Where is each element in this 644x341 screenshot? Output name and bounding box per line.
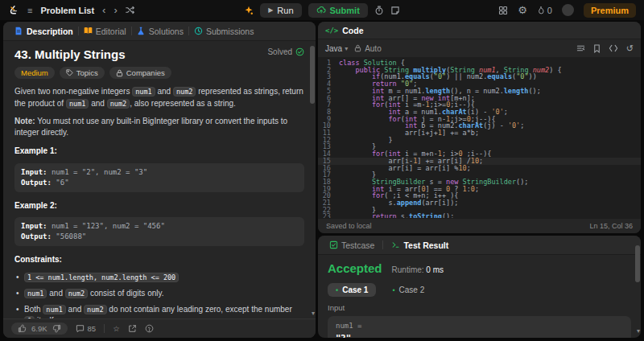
case-1-label: Case 1 <box>342 286 368 294</box>
format-code-icon[interactable] <box>576 44 585 52</box>
play-icon: ▶ <box>268 6 273 14</box>
user-avatar[interactable] <box>562 4 574 16</box>
timer-icon[interactable] <box>374 6 384 15</box>
code-editor[interactable]: 1class Solution {2 public String multipl… <box>318 57 641 218</box>
tab-description-label: Description <box>27 27 73 36</box>
example-1-label: Example 1: <box>14 146 304 157</box>
prev-problem-icon[interactable]: ‹ <box>102 5 105 15</box>
code-tag-icon: </> <box>325 27 338 35</box>
constraint-item: num1 and num2 consist of digits only. <box>14 288 304 299</box>
case-2-label: Case 2 <box>399 286 425 294</box>
like-count: 6.9K <box>31 324 47 333</box>
feedback-question-icon[interactable] <box>145 324 154 333</box>
cloud-upload-icon <box>316 6 326 14</box>
input-value-box[interactable]: num1 = "2" <box>328 316 631 338</box>
topics-button[interactable]: Topics <box>60 67 105 79</box>
scroll-down-arrow-icon[interactable]: ▾ <box>312 310 315 317</box>
premium-button[interactable]: Premium <box>584 3 636 18</box>
top-navigation-bar: ≡ Problem List ‹ › ▶ Run Submit <box>0 0 644 20</box>
tab-editorial[interactable]: Editorial <box>79 22 131 40</box>
example-2-label: Example 2: <box>14 200 304 212</box>
tab-editorial-label: Editorial <box>96 27 126 36</box>
console-scrollbar-thumb[interactable] <box>635 245 640 282</box>
chevron-down-icon: ▾ <box>345 45 348 52</box>
console-panel: Testcase Test Result Accepted Runtime: 0… <box>318 236 641 338</box>
thumbs-up-icon[interactable] <box>18 324 27 333</box>
debug-sparkle-icon[interactable] <box>244 6 254 15</box>
run-button[interactable]: ▶ Run <box>260 3 301 18</box>
description-footer: 6.9K 85 ☆ <box>3 318 316 338</box>
workspace: Description Editorial Solutions <box>0 20 644 341</box>
auto-toggle[interactable]: Auto <box>354 44 382 53</box>
example-2-block: Input: num1 = "123", num2 = "456"Output:… <box>14 217 304 246</box>
problem-description-content: 43. Multiply Strings Solved Medium Topic… <box>3 41 316 318</box>
lock-icon <box>354 44 361 52</box>
problem-list-icon[interactable]: ≡ <box>27 6 32 15</box>
comment-icon <box>76 324 85 333</box>
runtime-text: Runtime: 0 ms <box>392 265 444 274</box>
comments-button[interactable]: 85 <box>76 324 97 333</box>
language-selector[interactable]: Java ▾ <box>325 44 348 53</box>
case-dot-icon: • <box>392 286 394 294</box>
case-2-tab[interactable]: • Case 2 <box>384 283 432 297</box>
test-result-content: Accepted Runtime: 0 ms • Case 1 • Case 2 <box>318 255 641 338</box>
example-1: Example 1: Input: num1 = "2", num2 = "3"… <box>14 146 304 192</box>
editor-toolbar: Java ▾ Auto ↺ <box>318 39 641 57</box>
solutions-flask-icon <box>137 27 146 35</box>
difficulty-badge[interactable]: Medium <box>14 67 55 79</box>
tab-testcase[interactable]: Testcase <box>324 236 379 254</box>
companies-button[interactable]: Companies <box>109 67 171 79</box>
streak-counter[interactable]: 0 <box>537 6 552 15</box>
description-panel: Description Editorial Solutions <box>3 22 316 338</box>
solved-check-icon <box>295 47 304 56</box>
case-1-tab[interactable]: • Case 1 <box>328 283 376 297</box>
scroll-down-arrow-icon[interactable]: ▾ <box>637 327 640 335</box>
run-label: Run <box>277 6 293 15</box>
testcase-check-icon <box>329 240 338 249</box>
topics-label: Topics <box>76 68 98 77</box>
thumbs-down-icon[interactable] <box>52 324 61 333</box>
example-2: Example 2: Input: num1 = "123", num2 = "… <box>14 200 304 247</box>
tab-solutions[interactable]: Solutions <box>132 22 188 40</box>
tab-testcase-label: Testcase <box>341 240 374 250</box>
submit-label: Submit <box>330 6 360 15</box>
code-tab-label[interactable]: Code <box>342 26 363 35</box>
submissions-history-icon <box>194 27 203 35</box>
description-panel-tabs: Description Editorial Solutions <box>3 22 316 41</box>
description-scrollbar-thumb[interactable] <box>310 46 315 104</box>
example-1-block: Input: num1 = "2", num2 = "3"Output: "6" <box>14 163 304 192</box>
input-section-label: Input <box>328 303 631 312</box>
constraints-title: Constraints: <box>14 254 304 265</box>
tab-submissions[interactable]: Submissions <box>189 22 259 40</box>
code-editor-panel: </> Code Java ▾ Auto <box>318 22 641 233</box>
bookmark-icon[interactable] <box>593 44 601 53</box>
editor-statusbar: Saved to local Ln 15, Col 36 <box>318 218 641 233</box>
footer-divider <box>104 324 105 333</box>
tab-submissions-label: Submissions <box>206 27 254 36</box>
code-panel-header: </> Code <box>318 22 641 39</box>
problem-list-button[interactable]: Problem List <box>40 6 94 15</box>
tab-test-result[interactable]: Test Result <box>386 236 453 254</box>
brackets-icon[interactable] <box>609 44 618 52</box>
leetcode-logo[interactable] <box>8 4 19 17</box>
solved-label: Solved <box>267 47 292 56</box>
reset-code-icon[interactable]: ↺ <box>626 43 634 54</box>
description-doc-icon <box>14 27 23 35</box>
tab-solutions-label: Solutions <box>149 27 184 36</box>
next-problem-icon[interactable]: › <box>114 5 117 15</box>
submit-button[interactable]: Submit <box>308 3 368 18</box>
editorial-book-icon <box>84 27 93 35</box>
share-icon[interactable] <box>128 324 137 333</box>
layout-grid-icon[interactable] <box>498 6 508 15</box>
lock-icon <box>116 69 123 77</box>
companies-label: Companies <box>126 68 165 77</box>
notes-icon[interactable] <box>390 6 400 15</box>
language-label: Java <box>325 44 342 53</box>
favorite-star-icon[interactable]: ☆ <box>113 324 120 333</box>
problem-title: 43. Multiply Strings <box>14 47 126 61</box>
constraint-item: Both num1 and num2 do not contain any le… <box>14 304 304 319</box>
tab-description[interactable]: Description <box>10 22 78 40</box>
settings-gear-icon[interactable]: ⚙ <box>518 4 527 16</box>
shuffle-icon[interactable] <box>126 6 134 14</box>
constraint-item: 1 <= num1.length, num2.length <= 200 <box>14 272 304 283</box>
